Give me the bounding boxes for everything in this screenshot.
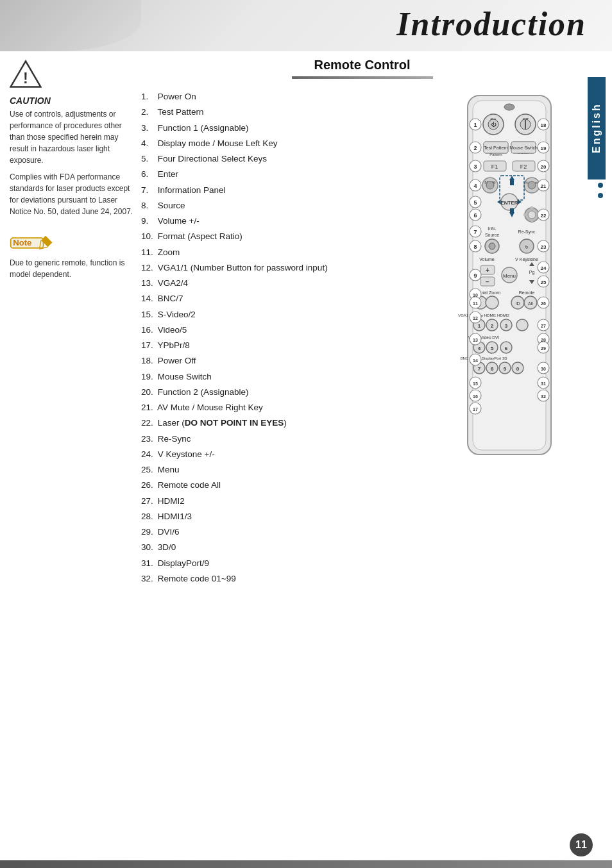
svg-text:3: 3 bbox=[473, 163, 477, 170]
two-column-layout: 1. Power On 2. Test Pattern 3. Function … bbox=[141, 89, 583, 587]
list-item: 32. Remote code 01~99 bbox=[141, 571, 436, 587]
page-number: 11 bbox=[570, 833, 593, 856]
svg-text:17: 17 bbox=[473, 407, 478, 412]
svg-text:6: 6 bbox=[473, 212, 477, 219]
svg-text:21: 21 bbox=[541, 183, 547, 189]
list-item: 1. Power On bbox=[141, 89, 436, 104]
svg-text:3: 3 bbox=[505, 323, 508, 329]
svg-text:9: 9 bbox=[473, 272, 477, 279]
svg-text:All: All bbox=[528, 301, 533, 306]
svg-point-50 bbox=[528, 181, 536, 189]
svg-text:26: 26 bbox=[541, 301, 546, 306]
svg-text:V Keystone: V Keystone bbox=[515, 257, 538, 262]
dot-2 bbox=[598, 193, 603, 198]
svg-text:8: 8 bbox=[473, 244, 477, 250]
note-box: Note Due to generic remote, function is … bbox=[10, 233, 138, 280]
svg-text:−: − bbox=[486, 278, 489, 285]
list-item: 31. DisplayPort/9 bbox=[141, 556, 436, 571]
svg-text:4: 4 bbox=[478, 346, 481, 351]
svg-text:13: 13 bbox=[473, 338, 478, 342]
bottom-bar bbox=[0, 860, 612, 868]
svg-text:F2: F2 bbox=[520, 163, 527, 170]
svg-text:⏻: ⏻ bbox=[491, 122, 497, 128]
svg-point-107 bbox=[486, 296, 498, 309]
remote-control-diagram: On ⏻ Off 1 18 T bbox=[448, 89, 583, 587]
list-item: 7. Information Panel bbox=[141, 183, 436, 198]
list-item: 15. S-Video/2 bbox=[141, 307, 436, 322]
list-item: 18. Power Off bbox=[141, 353, 436, 369]
svg-rect-67 bbox=[531, 221, 533, 223]
section-underline bbox=[292, 76, 433, 79]
svg-text:19: 19 bbox=[541, 146, 547, 151]
items-list: 1. Power On 2. Test Pattern 3. Function … bbox=[141, 89, 436, 587]
svg-point-45 bbox=[486, 181, 494, 189]
svg-text:!: ! bbox=[23, 70, 28, 87]
svg-rect-68 bbox=[523, 213, 526, 216]
list-item: 6. Enter bbox=[141, 167, 436, 182]
svg-text:ID: ID bbox=[516, 301, 520, 306]
svg-text:16: 16 bbox=[473, 394, 478, 399]
svg-text:Note: Note bbox=[13, 238, 31, 247]
svg-text:24: 24 bbox=[541, 265, 547, 271]
list-item: 29. DVI/6 bbox=[141, 524, 436, 540]
list-item: 19. Mouse Switch bbox=[141, 369, 436, 385]
svg-text:Volume: Volume bbox=[479, 257, 494, 262]
list-item: 24. V Keystone +/- bbox=[141, 447, 436, 462]
remote-svg: On ⏻ Off 1 18 T bbox=[448, 89, 583, 463]
caution-title: CAUTION bbox=[10, 96, 138, 106]
svg-text:2: 2 bbox=[473, 145, 477, 151]
list-item: 11. Zoom bbox=[141, 245, 436, 260]
svg-text:0: 0 bbox=[516, 366, 520, 372]
list-item: 28. HDMI1/3 bbox=[141, 509, 436, 524]
svg-point-125 bbox=[516, 319, 528, 331]
svg-text:8: 8 bbox=[491, 366, 494, 372]
caution-text-1: Use of controls, adjustments or performa… bbox=[10, 108, 138, 166]
svg-text:12: 12 bbox=[473, 316, 478, 321]
page-title: Introduction bbox=[396, 5, 586, 43]
svg-text:7: 7 bbox=[478, 366, 481, 372]
list-item: 25. Menu bbox=[141, 462, 436, 478]
svg-text:30: 30 bbox=[541, 367, 546, 371]
svg-text:BNC  YPbPr  DisplayPort  3D: BNC YPbPr DisplayPort 3D bbox=[460, 356, 507, 360]
dot-1 bbox=[598, 183, 603, 188]
caution-text-2: Complies with FDA performance standards … bbox=[10, 171, 138, 217]
svg-text:14: 14 bbox=[473, 358, 478, 363]
list-item: 23. Re-Sync bbox=[141, 431, 436, 447]
svg-text:F1: F1 bbox=[491, 163, 498, 170]
svg-text:31: 31 bbox=[541, 381, 546, 386]
list-item: 26. Remote code All bbox=[141, 478, 436, 493]
svg-text:32: 32 bbox=[541, 394, 546, 399]
svg-text:1: 1 bbox=[473, 122, 477, 128]
svg-rect-66 bbox=[531, 206, 533, 209]
left-sidebar: ! CAUTION Use of controls, adjustments o… bbox=[10, 58, 138, 280]
list-item: 27. HDMI2 bbox=[141, 494, 436, 509]
svg-text:↻: ↻ bbox=[525, 245, 529, 249]
svg-text:5: 5 bbox=[473, 199, 477, 206]
svg-text:6: 6 bbox=[505, 346, 508, 351]
svg-text:+: + bbox=[486, 267, 489, 274]
sidebar-dots bbox=[598, 183, 603, 198]
svg-text:Menu: Menu bbox=[503, 273, 516, 279]
note-icon-area: Note bbox=[10, 233, 138, 253]
svg-text:5: 5 bbox=[491, 346, 494, 351]
list-item: 30. 3D/0 bbox=[141, 540, 436, 555]
note-icon: Note bbox=[10, 233, 55, 253]
svg-text:ENTER: ENTER bbox=[500, 200, 518, 206]
list-item: 16. Video/5 bbox=[141, 322, 436, 338]
list-item: 9. Volume +/- bbox=[141, 213, 436, 229]
list-item-21: 21. AV Mute / Mouse Right Key bbox=[141, 400, 436, 415]
svg-text:Remote: Remote bbox=[519, 290, 535, 295]
svg-text:Source: Source bbox=[485, 233, 499, 237]
svg-text:Mouse Switch: Mouse Switch bbox=[509, 146, 538, 150]
svg-text:Info.: Info. bbox=[488, 226, 497, 231]
svg-text:2: 2 bbox=[491, 323, 494, 329]
svg-text:25: 25 bbox=[541, 280, 547, 285]
svg-text:29: 29 bbox=[541, 346, 546, 351]
svg-text:Pg: Pg bbox=[529, 270, 535, 275]
list-item: 2. Test Pattern bbox=[141, 104, 436, 120]
caution-box: ! CAUTION Use of controls, adjustments o… bbox=[10, 58, 138, 217]
list-item: 4. Display mode / Mouse Left Key bbox=[141, 136, 436, 151]
svg-text:9: 9 bbox=[504, 366, 507, 372]
list-item: 14. BNC/7 bbox=[141, 291, 436, 306]
note-text: Due to generic remote, function is model… bbox=[10, 257, 138, 280]
